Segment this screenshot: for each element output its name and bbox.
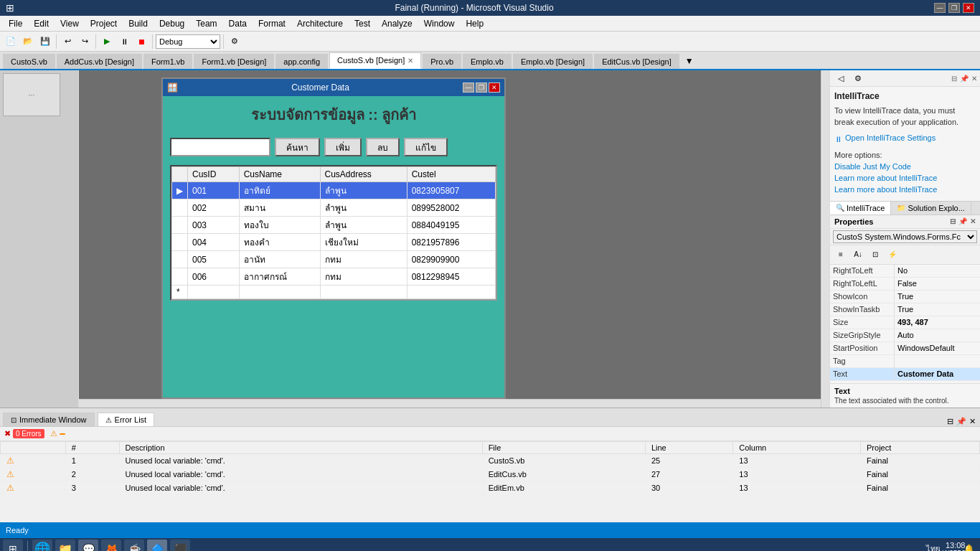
taskbar-extra-btn[interactable]: ⬛ [170, 540, 190, 551]
tab-label: Emplo.vb [471, 57, 504, 66]
toolbar-stop[interactable]: ⏹ [133, 34, 149, 50]
taskbar-java-btn[interactable]: ☕ [124, 540, 144, 551]
menu-item-help[interactable]: Help [460, 17, 489, 30]
debug-combo[interactable]: Debug [156, 34, 220, 49]
form-minimize-btn[interactable]: — [463, 83, 474, 93]
error-num-cell: 1 [65, 454, 119, 468]
menu-item-project[interactable]: Project [85, 17, 123, 30]
maximize-button[interactable]: ❒ [948, 3, 960, 13]
toolbar-undo[interactable]: ↩ [60, 34, 75, 50]
props-props-btn[interactable]: ⊡ [867, 247, 883, 263]
menu-item-format[interactable]: Format [253, 17, 291, 30]
error-table-row[interactable]: ⚠ 2 Unused local variable: 'cmd'. EditCu… [1, 468, 980, 481]
toolbar-new[interactable]: 📄 [3, 34, 19, 50]
panel-back-btn[interactable]: ◁ [833, 70, 849, 86]
tab-emplo-design[interactable]: Emplo.vb [Design] [513, 54, 593, 69]
table-row[interactable]: 004 ทองคำ เชียงใหม่ 0821957896 [172, 234, 496, 251]
disable-just-my-code-link[interactable]: Learn more about IntelliTrace [834, 174, 976, 182]
tab-app-config[interactable]: app.config [275, 54, 328, 69]
prop-value: WindowsDefault [895, 342, 980, 354]
menu-item-architecture[interactable]: Architecture [291, 17, 349, 30]
form-titlebar[interactable]: 🪟 Customer Data — ❒ ✕ [163, 79, 504, 96]
taskbar-notification-icon[interactable]: 🔔 [963, 543, 974, 551]
table-row[interactable]: 003 ทองใบ ลำพูน 0884049195 [172, 217, 496, 234]
bottom-panel-close[interactable]: ✕ [969, 417, 976, 426]
intellitrace-tab[interactable]: 🔍 IntelliTrace [830, 202, 891, 215]
panel-collapse-btn[interactable]: ⊟ [951, 75, 957, 83]
search-button[interactable]: ค้นหา [275, 138, 320, 156]
props-close-btn[interactable]: ✕ [970, 217, 976, 225]
learn-more-link[interactable]: Learn more about IntelliTrace [834, 185, 976, 194]
toolbar-solution-config[interactable]: ⚙ [227, 34, 242, 50]
taskbar-start-btn[interactable]: ⊞ [3, 540, 23, 551]
properties-object-select[interactable]: CustoS System.Windows.Forms.Fc [833, 230, 977, 243]
props-categorized-btn[interactable]: ≡ [833, 247, 849, 263]
props-alpha-btn[interactable]: A↓ [850, 247, 866, 263]
props-collapse-btn[interactable]: ⊟ [950, 217, 956, 225]
panel-close-btn[interactable]: ✕ [971, 75, 977, 83]
form-maximize-btn[interactable]: ❒ [476, 83, 487, 93]
tab-emplo-vb[interactable]: Emplo.vb [463, 54, 512, 69]
menu-item-file[interactable]: File [3, 17, 28, 30]
table-row[interactable]: ▶ 001 อาทิตย์ ลำพูน 0823905807 [172, 182, 496, 199]
taskbar-line-btn[interactable]: 💬 [78, 540, 98, 551]
panel-pin-btn[interactable]: 📌 [960, 75, 969, 83]
tab-bar: CustoS.vb AddCus.vb [Design] Form1.vb Fo… [0, 52, 980, 70]
tab-close-icon[interactable]: ✕ [407, 57, 413, 65]
menu-item-build[interactable]: Build [123, 17, 154, 30]
tab-form1-vb[interactable]: Form1.vb [143, 54, 192, 69]
menu-item-team[interactable]: Team [190, 17, 222, 30]
table-row[interactable]: 006 อากาศกรณ์ กทม 0812298945 [172, 268, 496, 286]
toolbar-save[interactable]: 💾 [37, 34, 53, 50]
break-all-link[interactable]: Open IntelliTrace Settings [845, 133, 936, 142]
props-pin-btn[interactable]: 📌 [958, 217, 967, 225]
error-list-tab[interactable]: ⚠ Error List [98, 413, 155, 426]
col-desc-header: Description [119, 442, 482, 454]
taskbar-firefox-btn[interactable]: 🦊 [101, 540, 121, 551]
prop-row-text[interactable]: Text Customer Data [830, 368, 980, 381]
menu-item-analyze[interactable]: Analyze [376, 17, 418, 30]
menu-item-view[interactable]: View [55, 17, 85, 30]
toolbar-redo[interactable]: ↪ [77, 34, 93, 50]
close-button[interactable]: ✕ [963, 3, 974, 13]
open-settings-link[interactable]: Disable Just My Code [834, 162, 976, 171]
menu-item-edit[interactable]: Edit [28, 17, 55, 30]
error-table-row[interactable]: ⚠ 1 Unused local variable: 'cmd'. CustoS… [1, 454, 980, 468]
search-input[interactable] [170, 138, 270, 156]
delete-button[interactable]: ลบ [366, 138, 400, 156]
vertical-scrollbar[interactable] [821, 70, 829, 408]
prop-value: False [895, 278, 980, 290]
props-events-btn[interactable]: ⚡ [885, 247, 900, 263]
menu-item-window[interactable]: Window [418, 17, 461, 30]
tab-addcus-design[interactable]: AddCus.vb [Design] [57, 54, 142, 69]
toolbar-open[interactable]: 📂 [20, 34, 36, 50]
minimize-button[interactable]: — [934, 3, 946, 13]
solution-explorer-tab[interactable]: 📁 Solution Explo... [891, 202, 971, 215]
bottom-panel-collapse[interactable]: ⊟ [947, 417, 953, 426]
taskbar-vs-btn[interactable]: 🔷 [147, 540, 167, 551]
tab-form1-design[interactable]: Form1.vb [Design] [194, 54, 274, 69]
toolbar-start[interactable]: ▶ [99, 34, 115, 50]
tab-editcus-design[interactable]: EditCus.vb [Design] [594, 54, 679, 69]
menu-item-debug[interactable]: Debug [154, 17, 190, 30]
form-close-btn[interactable]: ✕ [489, 83, 500, 93]
table-row[interactable]: 005 อานัท กทม 0829909900 [172, 251, 496, 268]
horizontal-scrollbar[interactable] [79, 399, 821, 408]
immediate-window-tab[interactable]: ⊡ Immediate Window [3, 413, 95, 426]
tab-custos-vb[interactable]: CustoS.vb [3, 54, 55, 69]
edit-button[interactable]: แก้ไข [404, 138, 448, 156]
add-button[interactable]: เพิ่ม [324, 138, 362, 156]
table-row[interactable]: 002 สมาน ลำพูน 0899528002 [172, 199, 496, 217]
taskbar-ie-btn[interactable]: 🌐 [32, 540, 52, 551]
error-table-row[interactable]: ⚠ 3 Unused local variable: 'cmd'. EditEm… [1, 481, 980, 495]
toolbar-pause[interactable]: ⏸ [116, 34, 132, 50]
menu-item-test[interactable]: Test [349, 17, 376, 30]
taskbar-folder-btn[interactable]: 📁 [55, 540, 75, 551]
tab-overflow-button[interactable]: ▼ [681, 53, 698, 69]
panel-settings-btn[interactable]: ⚙ [850, 70, 866, 86]
tab-custos-design[interactable]: CustoS.vb [Design] ✕ [329, 52, 421, 69]
designer-area[interactable]: 🪟 Customer Data — ❒ ✕ ระบบจัดการข้อมูล :… [79, 70, 829, 408]
bottom-panel-pin[interactable]: 📌 [956, 417, 966, 426]
menu-item-data[interactable]: Data [223, 17, 253, 30]
tab-pro-vb[interactable]: Pro.vb [423, 54, 461, 69]
